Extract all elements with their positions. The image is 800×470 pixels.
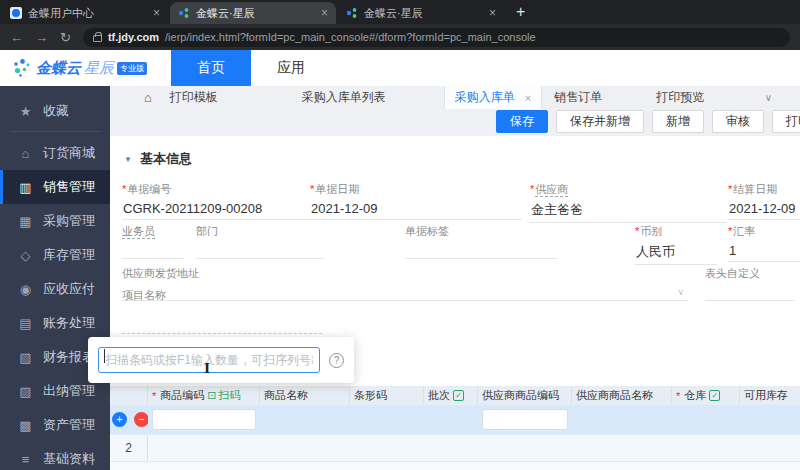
- field-header-custom: 表头自定义: [705, 266, 795, 301]
- close-icon[interactable]: ×: [321, 6, 328, 20]
- field-label: 表头自定义: [705, 267, 760, 279]
- sidebar-item-receivable-payable[interactable]: ◉ 应收应付: [0, 272, 110, 306]
- project-name-input[interactable]: [122, 312, 322, 334]
- reload-icon[interactable]: ↻: [60, 31, 71, 44]
- cell-supplier-product-code[interactable]: [478, 435, 572, 461]
- col-supplier-product-code[interactable]: 供应商商品编码: [478, 386, 572, 405]
- cell-batch[interactable]: [424, 405, 478, 434]
- cashier-icon: ▨: [18, 384, 33, 399]
- field-label-link[interactable]: 供应商: [535, 183, 568, 197]
- tab-purchase-inbound-list[interactable]: 采购入库单列表: [302, 89, 386, 106]
- field-bill-tag: 单据标签: [405, 224, 557, 259]
- sidebar-item-sales-mgmt[interactable]: ▥ 销售管理: [0, 170, 110, 204]
- warehouse-select-icon[interactable]: ✓: [709, 390, 720, 401]
- save-button[interactable]: 保存: [496, 110, 548, 133]
- save-and-new-button[interactable]: 保存并新增: [556, 110, 644, 133]
- tab-sales-order[interactable]: 销售订单: [554, 89, 602, 106]
- close-icon[interactable]: ×: [489, 6, 496, 20]
- bill-tag-input[interactable]: [405, 243, 557, 259]
- exchange-rate-input[interactable]: 1: [728, 243, 800, 262]
- cell-available-stock[interactable]: [740, 435, 800, 461]
- cell-warehouse[interactable]: [672, 405, 740, 434]
- header-custom-input[interactable]: [705, 285, 795, 301]
- close-icon[interactable]: ×: [525, 92, 531, 104]
- col-product-code[interactable]: * 商品编码 ⊡扫码: [148, 386, 260, 405]
- cell-supplier-product-name[interactable]: [572, 405, 672, 434]
- new-button[interactable]: 新增: [652, 110, 704, 133]
- url-bar[interactable]: tf.jdy.com/ierp/index.html?formId=pc_mai…: [83, 28, 790, 47]
- sidebar-item-accounting[interactable]: ▤ 账务处理: [0, 306, 110, 340]
- chevron-down-icon[interactable]: ∨: [765, 92, 772, 103]
- tab-print-preview[interactable]: 打印预览: [656, 89, 704, 106]
- col-label: 条形码: [354, 388, 387, 403]
- col-barcode[interactable]: 条形码: [350, 386, 424, 405]
- ledger-icon: ▤: [18, 316, 33, 331]
- table-row-2[interactable]: 2: [110, 434, 800, 461]
- cell-product-name[interactable]: [260, 405, 350, 434]
- mall-icon: ⌂: [18, 146, 33, 161]
- browser-tab-user-center[interactable]: 金蝶用户中心 ×: [2, 2, 168, 24]
- col-available-stock[interactable]: 可用库存: [740, 386, 800, 405]
- remove-row-button[interactable]: −: [134, 412, 148, 427]
- required-marker: *: [728, 225, 732, 237]
- cell-batch[interactable]: [424, 435, 478, 461]
- browser-tab-title: 金蝶云·星辰: [196, 6, 315, 21]
- cell-warehouse[interactable]: [672, 435, 740, 461]
- chevron-down-icon[interactable]: ∨: [677, 287, 684, 297]
- cell-barcode[interactable]: [350, 435, 424, 461]
- sidebar-item-purchase-mgmt[interactable]: ▦ 采购管理: [0, 204, 110, 238]
- sidebar: ★ 收藏 ⌂ 订货商城 ▥ 销售管理 ▦ 采购管理 ◇ 库存管理 ◉: [0, 86, 110, 470]
- field-bill-date: *单据日期 2021-12-09: [310, 182, 522, 220]
- cell-product-code[interactable]: [148, 435, 260, 461]
- logo-edition-badge: 专业版: [117, 62, 147, 75]
- product-code-input[interactable]: [152, 409, 256, 430]
- new-tab-button[interactable]: +: [516, 3, 525, 24]
- nav-apps[interactable]: 应用: [251, 50, 331, 86]
- sidebar-item-asset-mgmt[interactable]: ▩ 资产管理: [0, 408, 110, 442]
- department-input[interactable]: [196, 243, 324, 259]
- salesman-input[interactable]: [122, 243, 184, 259]
- table-row-3-partial[interactable]: [110, 461, 800, 470]
- forward-icon[interactable]: →: [35, 31, 48, 44]
- settle-date-input[interactable]: 2021-12-09: [728, 201, 800, 220]
- collapse-triangle-icon[interactable]: ▼: [124, 155, 132, 164]
- bill-no-input[interactable]: CGRK-20211209-00208: [122, 201, 310, 220]
- col-warehouse[interactable]: *仓库✓: [672, 386, 740, 405]
- col-supplier-product-name[interactable]: 供应商商品名称: [572, 386, 672, 405]
- field-label: 币别: [640, 225, 662, 237]
- batch-select-icon[interactable]: ✓: [453, 390, 464, 401]
- cart-icon: ▦: [18, 214, 33, 229]
- audit-button[interactable]: 审核: [712, 110, 764, 133]
- home-icon[interactable]: ⌂: [144, 90, 152, 105]
- lock-icon: [93, 35, 102, 42]
- supplier-product-code-input[interactable]: [482, 409, 568, 430]
- currency-input[interactable]: 人民币: [635, 243, 717, 265]
- browser-tab-xingchen-active[interactable]: 金蝶云·星辰 ×: [170, 2, 336, 24]
- scan-button[interactable]: ⊡扫码: [207, 388, 240, 403]
- cell-product-name[interactable]: [260, 435, 350, 461]
- close-icon[interactable]: ×: [153, 6, 160, 20]
- sidebar-item-order-mall[interactable]: ⌂ 订货商城: [0, 136, 110, 170]
- sidebar-item-favorites[interactable]: ★ 收藏: [0, 94, 110, 128]
- sidebar-item-inventory-mgmt[interactable]: ◇ 库存管理: [0, 238, 110, 272]
- browser-tab-xingchen-2[interactable]: 金蝶云·星辰 ×: [338, 2, 504, 24]
- sidebar-item-base-data[interactable]: ≡ 基础资料: [0, 442, 110, 470]
- bill-date-input[interactable]: 2021-12-09: [310, 201, 522, 220]
- section-basic-info[interactable]: ▼ 基本信息: [124, 150, 192, 168]
- col-batch[interactable]: 批次✓: [424, 386, 478, 405]
- help-icon[interactable]: ?: [329, 353, 344, 368]
- supplier-input[interactable]: 金主爸爸: [530, 201, 726, 223]
- cell-supplier-product-name[interactable]: [572, 435, 672, 461]
- col-product-name[interactable]: 商品名称: [260, 386, 350, 405]
- tab-print-template[interactable]: 打印模板: [170, 89, 218, 106]
- field-label-link[interactable]: 业务员: [122, 225, 155, 239]
- tab-purchase-inbound-active[interactable]: 采购入库单 ×: [444, 86, 542, 109]
- browser-tabstrip: 金蝶用户中心 × 金蝶云·星辰 × 金蝶云·星辰 × +: [0, 0, 800, 24]
- print-button[interactable]: 打印: [772, 110, 800, 133]
- table-row-1-selected[interactable]: + −: [110, 405, 800, 434]
- add-row-button[interactable]: +: [112, 412, 127, 427]
- cell-available-stock[interactable]: [740, 405, 800, 434]
- cell-barcode[interactable]: [350, 405, 424, 434]
- back-icon[interactable]: ←: [10, 31, 23, 44]
- nav-home[interactable]: 首页: [171, 50, 251, 86]
